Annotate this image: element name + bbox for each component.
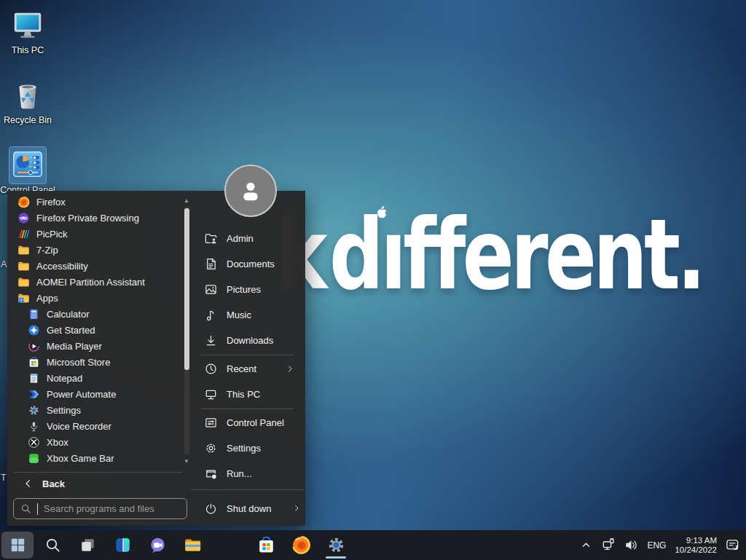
- start-menu-right-column: AdminDocumentsPicturesMusicDownloadsRece…: [189, 191, 305, 526]
- start-menu-item-label: Firefox: [36, 197, 66, 208]
- taskbar-button-microsoft-store[interactable]: [250, 532, 282, 559]
- start-menu-item-xbox-game-bar[interactable]: Xbox Game Bar: [7, 450, 179, 466]
- start-menu-place-label: Settings: [227, 443, 261, 454]
- taskbar-button-search[interactable]: [36, 532, 68, 559]
- start-menu-place-label: Music: [227, 309, 251, 320]
- search-input[interactable]: [44, 503, 180, 514]
- store-icon: [28, 356, 40, 368]
- divider: [13, 472, 182, 473]
- start-menu-place-documents[interactable]: Documents: [189, 251, 305, 276]
- hidden-desktop-label-fragment: A: [1, 259, 7, 269]
- gear-outline-icon: [204, 441, 218, 455]
- start-menu-item-xbox[interactable]: Xbox: [7, 434, 179, 450]
- document-icon: [204, 257, 218, 271]
- start-menu-item-power-automate[interactable]: Power Automate: [7, 386, 179, 402]
- start-menu-item-picpick[interactable]: PicPick: [7, 226, 179, 242]
- search-box[interactable]: [13, 498, 187, 519]
- user-avatar[interactable]: [224, 165, 277, 217]
- start-menu-place-pictures[interactable]: Pictures: [189, 277, 305, 301]
- firefox-tb-icon: [291, 535, 311, 555]
- start-menu-item-7-zip[interactable]: 7-Zip: [7, 242, 179, 258]
- chevron-right-icon: [290, 504, 304, 513]
- start-menu-place-label: This PC: [227, 389, 260, 400]
- voice-recorder-icon: [28, 420, 40, 433]
- start-menu-item-media-player[interactable]: Media Player: [7, 338, 179, 354]
- taskbar-button-widgets[interactable]: [106, 532, 138, 559]
- back-button[interactable]: Back: [7, 473, 179, 494]
- taskbar-button-start[interactable]: [1, 532, 34, 559]
- start-menu-place-label: Documents: [227, 259, 275, 269]
- desktop-icon-recycle-bin[interactable]: Recycle Bin: [4, 77, 51, 125]
- notification-center-icon[interactable]: [723, 536, 742, 554]
- taskbar-button-task-view[interactable]: [71, 532, 103, 559]
- tray-volume-icon[interactable]: [622, 536, 640, 554]
- power-icon: [204, 502, 218, 516]
- start-menu-item-accessibility[interactable]: Accessibility: [7, 258, 179, 274]
- start-menu-place-label: Control Panel: [227, 417, 284, 428]
- start-menu-place-settings[interactable]: Settings: [189, 435, 305, 460]
- get-started-icon: [28, 324, 40, 336]
- clock[interactable]: 9:13 AM10/24/2022: [672, 536, 719, 555]
- desktop-icon-control-panel[interactable]: Control Panel: [4, 147, 51, 195]
- scrollbar-thumb[interactable]: [184, 208, 189, 370]
- tray-network-icon[interactable]: [600, 536, 618, 554]
- start-menu-place-music[interactable]: Music: [189, 302, 305, 327]
- hidden-desktop-label-fragment: T: [1, 473, 7, 483]
- start-menu-place-admin[interactable]: Admin: [189, 226, 305, 251]
- recycle-bin-icon: [9, 77, 46, 114]
- tray-chevron-up-icon[interactable]: [577, 536, 595, 554]
- desktop-icon-label: This PC: [12, 45, 44, 55]
- start-menu-item-label: Microsoft Store: [47, 357, 110, 368]
- shut-down-button[interactable]: Shut down: [189, 496, 305, 521]
- calculator-icon: [28, 308, 40, 320]
- start-menu-item-aomei-partition-assistant[interactable]: AOMEI Partition Assistant: [7, 274, 179, 290]
- start-menu-item-firefox[interactable]: Firefox: [7, 194, 179, 210]
- start-menu-place-this-pc[interactable]: This PC: [189, 382, 305, 406]
- desktop-icon-this-pc[interactable]: This PC: [4, 7, 51, 55]
- start-menu-item-label: Settings: [47, 405, 81, 416]
- widgets-icon: [113, 535, 133, 555]
- this-pc-icon: [9, 7, 46, 44]
- start-menu-place-recent[interactable]: Recent: [189, 356, 305, 381]
- start-menu-item-label: Media Player: [47, 341, 102, 352]
- start-menu-item-label: Calculator: [47, 309, 90, 320]
- start-menu-place-label: Downloads: [227, 335, 273, 346]
- start-menu-left-column: FirefoxFirefox Private BrowsingPicPick7-…: [7, 191, 189, 526]
- chat-icon: [148, 535, 168, 555]
- start-menu-item-firefox-private-browsing[interactable]: Firefox Private Browsing: [7, 210, 179, 226]
- start-menu-place-downloads[interactable]: Downloads: [189, 328, 305, 352]
- start-menu-item-voice-recorder[interactable]: Voice Recorder: [7, 418, 179, 434]
- folder-icon: [17, 260, 30, 272]
- desktop-icon-label: Recycle Bin: [4, 115, 52, 125]
- taskbar-button-file-explorer[interactable]: [176, 532, 208, 559]
- language-indicator[interactable]: ENG: [645, 540, 668, 551]
- media-player-icon: [28, 340, 40, 352]
- start-menu-place-label: Pictures: [227, 284, 261, 295]
- start-menu-item-apps[interactable]: Apps: [7, 290, 179, 306]
- start-icon: [8, 535, 28, 555]
- start-menu-place-run[interactable]: Run...: [189, 461, 305, 486]
- taskbar-button-chat[interactable]: [141, 532, 173, 559]
- start-menu-place-control-panel[interactable]: Control Panel: [189, 410, 305, 435]
- system-tray: ENG9:13 AM10/24/2022: [577, 530, 745, 560]
- start-menu-place-label: Admin: [227, 233, 254, 244]
- start-menu-item-calculator[interactable]: Calculator: [7, 306, 179, 322]
- notepad-icon: [28, 372, 40, 384]
- start-menu-item-label: Notepad: [47, 373, 82, 384]
- taskbar-button-firefox[interactable]: [285, 532, 317, 559]
- back-label: Back: [42, 478, 65, 489]
- start-menu-item-label: Firefox Private Browsing: [36, 213, 139, 224]
- start-menu-item-notepad[interactable]: Notepad: [7, 370, 179, 386]
- start-menu-place-label: Run...: [227, 468, 252, 479]
- taskbar-button-settings[interactable]: [320, 532, 352, 559]
- picture-icon: [204, 283, 218, 296]
- start-menu-item-get-started[interactable]: Get Started: [7, 322, 179, 338]
- tray-time: 9:13 AM: [675, 536, 717, 545]
- search-icon: [20, 503, 31, 514]
- start-menu-item-label: Get Started: [47, 325, 95, 336]
- start-menu-item-settings[interactable]: Settings: [7, 402, 179, 418]
- start-menu-item-microsoft-store[interactable]: Microsoft Store: [7, 354, 179, 370]
- folder-icon: [17, 276, 30, 288]
- explorer-icon: [183, 535, 203, 555]
- chevron-left-icon: [22, 478, 34, 489]
